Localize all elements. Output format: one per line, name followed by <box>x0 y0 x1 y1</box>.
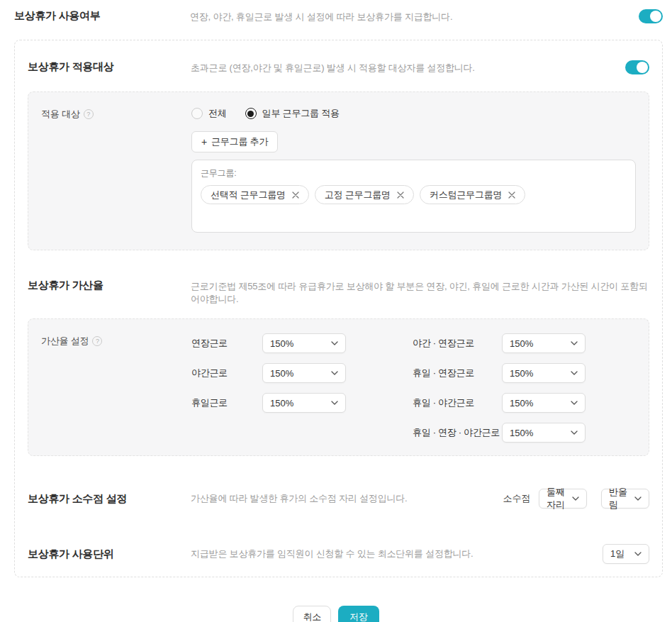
target-toggle[interactable] <box>625 60 649 74</box>
select-value: 150% <box>510 368 533 379</box>
radio-option-all[interactable]: 전체 <box>191 107 227 120</box>
rate-settings-label-wrap: 가산율 설정 <box>41 332 191 348</box>
decimal-control-label: 소수점 <box>503 492 530 505</box>
radio-partial-label: 일부 근무그룹 적용 <box>262 107 340 120</box>
decimal-setting-row: 보상휴가 소수점 설정 가산율에 따라 발생한 휴가의 소수점 자리 설정입니다… <box>28 489 649 509</box>
cancel-button[interactable]: 취소 <box>293 606 331 622</box>
chevron-down-icon <box>331 371 338 375</box>
target-setting-row: 보상휴가 적용대상 초과근로 (연장,야간 및 휴일근로) 발생 시 적용할 대… <box>28 60 649 74</box>
select-value: 150% <box>270 338 293 349</box>
radio-all-label: 전체 <box>208 107 227 120</box>
select-value: 150% <box>510 398 533 409</box>
rate-left-label: 휴일근로 <box>191 396 262 409</box>
chip-label: 고정 근무그룹명 <box>325 189 391 201</box>
rate-right-label: 휴일 · 연장근로 <box>413 367 502 379</box>
add-workgroup-button[interactable]: + 근무그룹 추가 <box>191 131 278 152</box>
select-value: 150% <box>270 398 293 409</box>
remove-chip-icon[interactable] <box>397 191 404 199</box>
chevron-down-icon <box>634 496 642 501</box>
workgroup-chip: 고정 근무그룹명 <box>315 185 414 204</box>
remove-chip-icon[interactable] <box>508 191 515 199</box>
holiday-night-rate-select[interactable]: 150% <box>502 393 586 413</box>
workgroup-box-label: 근무그룹: <box>201 167 627 179</box>
usage-label: 보상휴가 사용여부 <box>14 9 190 23</box>
night-extended-rate-select[interactable]: 150% <box>502 333 586 353</box>
apply-target-radio-group: 전체 일부 근무그룹 적용 <box>191 107 636 120</box>
unit-select[interactable]: 1일 <box>603 544 649 564</box>
decimal-description: 가산율에 따라 발생한 휴가의 소수점 자리 설정입니다. <box>191 492 492 505</box>
chip-label: 커스텀근무그룹명 <box>430 189 502 201</box>
rate-line: 휴일근로 150% 휴일 · 야간근로 150% <box>191 393 586 413</box>
rate-line: 연장근로 150% 야간 · 연장근로 150% <box>191 333 586 353</box>
chevron-down-icon <box>571 401 578 405</box>
select-value: 150% <box>510 428 533 438</box>
select-value: 1일 <box>610 548 625 560</box>
compensatory-leave-settings-page: 보상휴가 사용여부 연장, 야간, 휴일근로 발생 시 설정에 따라 보상휴가를… <box>0 0 672 622</box>
target-description: 초과근로 (연장,야간 및 휴일근로) 발생 시 적용할 대상자를 설정합니다. <box>191 60 614 74</box>
select-value: 150% <box>270 368 293 379</box>
chevron-down-icon <box>331 401 338 405</box>
select-value: 반올림 <box>609 486 630 511</box>
radio-checked-icon[interactable] <box>245 108 257 119</box>
select-value: 둘째자리 <box>547 486 568 511</box>
help-icon[interactable] <box>84 109 94 119</box>
rate-left-label: 연장근로 <box>191 337 262 350</box>
rate-setting-row: 보상휴가 가산율 근로기준법 제55조에 따라 유급휴가로 보상해야 할 부분은… <box>28 279 649 306</box>
apply-target-content: 전체 일부 근무그룹 적용 + 근무그룹 추가 근무그룹: 선택적 근무그룹 <box>191 105 636 233</box>
rate-settings-box: 가산율 설정 연장근로 150% 야간 · 연장근로 150% <box>28 318 649 456</box>
target-label: 보상휴가 적용대상 <box>28 60 191 74</box>
unit-description: 지급받은 보상휴가를 임직원이 신청할 수 있는 최소단위를 설정합니다. <box>191 548 591 560</box>
decimal-label: 보상휴가 소수점 설정 <box>28 492 191 506</box>
apply-target-box: 적용 대상 전체 일부 근무그룹 적용 + 근무그룹 추가 <box>28 91 649 250</box>
unit-label: 보상휴가 사용단위 <box>28 548 191 561</box>
usage-description: 연장, 야간, 휴일근로 발생 시 설정에 따라 보상휴가를 지급합니다. <box>190 9 627 23</box>
holiday-work-rate-select[interactable]: 150% <box>262 393 346 413</box>
toggle-knob <box>650 11 661 22</box>
radio-option-partial[interactable]: 일부 근무그룹 적용 <box>245 107 340 120</box>
settings-card: 보상휴가 적용대상 초과근로 (연장,야간 및 휴일근로) 발생 시 적용할 대… <box>14 40 663 577</box>
usage-toggle[interactable] <box>639 9 663 23</box>
decimal-place-select[interactable]: 둘째자리 <box>539 489 587 509</box>
extended-work-rate-select[interactable]: 150% <box>262 333 346 353</box>
decimal-controls: 소수점 둘째자리 반올림 <box>503 489 649 509</box>
remove-chip-icon[interactable] <box>292 191 299 199</box>
chevron-down-icon <box>634 552 642 556</box>
chevron-down-icon <box>571 371 578 375</box>
chip-label: 선택적 근무그룹명 <box>211 189 286 201</box>
rate-right-label: 휴일 · 연장 · 야간근로 <box>413 426 502 439</box>
add-workgroup-button-label: 근무그룹 추가 <box>211 135 268 148</box>
rate-line: 휴일 · 연장 · 야간근로 150% <box>191 423 586 443</box>
rate-settings-label: 가산율 설정 <box>41 335 89 348</box>
rate-line: 야간근로 150% 휴일 · 연장근로 150% <box>191 363 586 383</box>
usage-setting-row: 보상휴가 사용여부 연장, 야간, 휴일근로 발생 시 설정에 따라 보상휴가를… <box>0 9 672 23</box>
night-work-rate-select[interactable]: 150% <box>262 363 346 383</box>
rate-right-label: 휴일 · 야간근로 <box>413 396 502 409</box>
holiday-extended-rate-select[interactable]: 150% <box>502 363 586 383</box>
help-icon[interactable] <box>92 336 102 346</box>
plus-icon: + <box>201 137 207 147</box>
chevron-down-icon <box>571 431 578 435</box>
unit-controls: 1일 <box>603 544 649 564</box>
holiday-extended-night-rate-select[interactable]: 150% <box>502 423 586 443</box>
workgroup-chip: 커스텀근무그룹명 <box>420 185 525 204</box>
radio-unchecked-icon[interactable] <box>191 108 203 119</box>
rate-right-label: 야간 · 연장근로 <box>413 337 502 350</box>
rate-grid: 연장근로 150% 야간 · 연장근로 150% 야간근로 150 <box>191 332 586 443</box>
workgroup-chips: 선택적 근무그룹명 고정 근무그룹명 커스텀근무그룹명 <box>201 185 627 204</box>
apply-target-label: 적용 대상 <box>41 108 80 121</box>
toggle-knob <box>637 62 648 73</box>
chevron-down-icon <box>331 341 338 345</box>
unit-setting-row: 보상휴가 사용단위 지급받은 보상휴가를 임직원이 신청할 수 있는 최소단위를… <box>28 544 649 564</box>
select-value: 150% <box>510 338 533 349</box>
rounding-select[interactable]: 반올림 <box>601 489 649 509</box>
workgroup-box[interactable]: 근무그룹: 선택적 근무그룹명 고정 근무그룹명 커스텀근무그룹명 <box>191 160 636 233</box>
rate-label: 보상휴가 가산율 <box>28 279 191 292</box>
rate-description: 근로기준법 제55조에 따라 유급휴가로 보상해야 할 부분은 연장, 야긴, … <box>191 279 649 306</box>
save-button[interactable]: 저장 <box>338 606 379 622</box>
footer-actions: 취소 저장 <box>0 606 672 622</box>
workgroup-chip: 선택적 근무그룹명 <box>201 185 309 204</box>
chevron-down-icon <box>571 341 578 345</box>
rate-left-label: 야간근로 <box>191 367 262 379</box>
apply-target-label-wrap: 적용 대상 <box>41 105 191 121</box>
chevron-down-icon <box>572 496 579 501</box>
